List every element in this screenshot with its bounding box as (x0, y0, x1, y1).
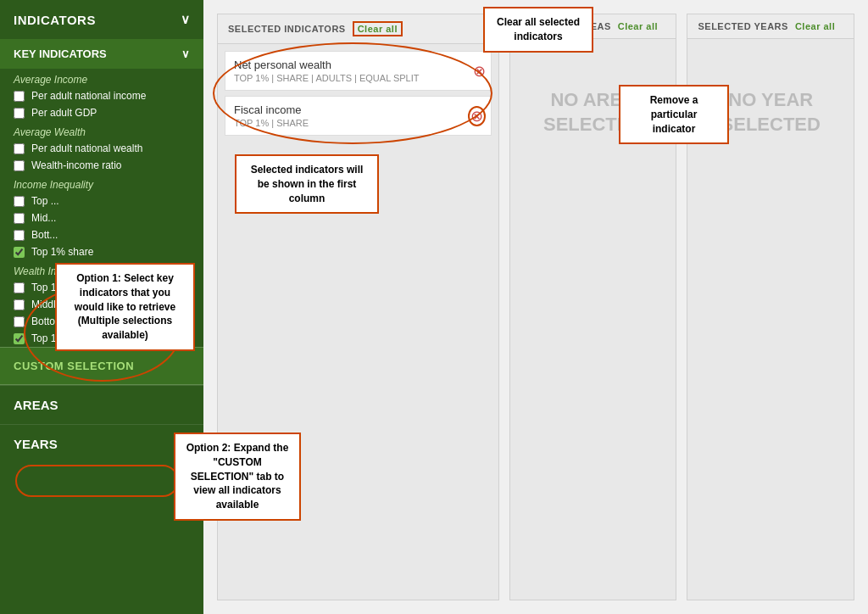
checkbox-income-bott[interactable]: Bott... (0, 226, 203, 243)
checkbox-input-wealth-top10[interactable] (14, 282, 25, 293)
clear-all-years-link[interactable]: Clear all (795, 21, 835, 31)
clear-all-tooltip-text: Clear all selected indicators (497, 16, 580, 42)
indicator-name-1: Net personal wealth (234, 59, 465, 71)
remove-indicator-2-button[interactable]: ⊗ (468, 106, 486, 126)
checkbox-per-adult-national-wealth[interactable]: Per adult national wealth (0, 140, 203, 157)
option2-tooltip: Option 2: Expand the "CUSTOM SELECTION" … (174, 433, 301, 521)
first-column-tooltip: Selected indicators will be shown in the… (235, 154, 379, 214)
option2-tooltip-text: Option 2: Expand the "CUSTOM SELECTION" … (186, 442, 289, 511)
checkbox-per-adult-gdp[interactable]: Per adult GDP (0, 104, 203, 121)
indicator-sub-1: TOP 1% | SHARE | ADULTS | EQUAL SPLIT (234, 73, 465, 83)
selected-years-header: SELECTED YEARS Clear all (687, 14, 854, 39)
checkbox-input-income-top[interactable] (14, 196, 25, 207)
sidebar-areas-header[interactable]: AREAS (0, 385, 203, 424)
key-indicators-label: KEY INDICATORS (14, 47, 107, 60)
clear-all-tooltip: Clear all selected indicators (483, 7, 593, 53)
checkbox-input-per-adult-national-wealth[interactable] (14, 143, 25, 154)
checkbox-input-per-adult-national-income[interactable] (14, 91, 25, 102)
clear-all-areas-link[interactable]: Clear all (618, 21, 658, 31)
checkbox-input-income-bott[interactable] (14, 230, 25, 241)
checkbox-input-income-mid[interactable] (14, 213, 25, 224)
custom-selection-label: CUSTOM SELECTION (14, 360, 134, 372)
remove-indicator-tooltip: Remove a particular indicator (619, 85, 729, 144)
indicator-item-fiscal-income[interactable]: Fiscal income TOP 1% | SHARE ⊗ (225, 96, 492, 136)
checkbox-input-wealth-top1-share[interactable] (14, 333, 25, 344)
checkbox-per-adult-national-income[interactable]: Per adult national income (0, 87, 203, 104)
panels-row: SELECTED INDICATORS Clear all Net person… (217, 14, 854, 600)
indicators-chevron: ∨ (181, 12, 191, 27)
checkbox-input-wealth-income-ratio[interactable] (14, 160, 25, 171)
option1-tooltip: Option 1: Select key indicators that you… (55, 263, 195, 351)
indicator-item-net-personal-wealth[interactable]: Net personal wealth TOP 1% | SHARE | ADU… (225, 51, 492, 91)
sidebar-key-indicators-header[interactable]: KEY INDICATORS ∨ (0, 39, 203, 69)
first-column-tooltip-text: Selected indicators will be shown in the… (251, 164, 364, 204)
checkbox-income-top1-share[interactable]: Top 1% share (0, 243, 203, 260)
sidebar-indicators-header[interactable]: INDICATORS ∨ (0, 0, 203, 39)
checkbox-input-income-top1-share[interactable] (14, 247, 25, 258)
selected-years-label: SELECTED YEARS (698, 21, 787, 31)
checkbox-wealth-income-ratio[interactable]: Wealth-income ratio (0, 157, 203, 174)
main-content: SELECTED INDICATORS Clear all Net person… (203, 0, 868, 614)
category-average-wealth: Average Wealth (0, 121, 203, 140)
sidebar-years-header[interactable]: YEARS › (0, 424, 203, 463)
checkbox-input-per-adult-gdp[interactable] (14, 108, 25, 119)
checkbox-income-top[interactable]: Top ... (0, 193, 203, 209)
key-indicators-chevron: ∨ (181, 47, 190, 60)
indicator-name-2: Fiscal income (234, 103, 465, 116)
checkbox-input-wealth-mid40[interactable] (14, 299, 25, 310)
indicator-sub-2: TOP 1% | SHARE (234, 118, 465, 128)
areas-label: AREAS (14, 398, 58, 412)
checkbox-income-mid[interactable]: Mid... (0, 209, 203, 226)
category-income-inequality: Income Inequality (0, 174, 203, 193)
selected-indicators-label: SELECTED INDICATORS (228, 24, 346, 34)
selected-indicators-header: SELECTED INDICATORS Clear all (218, 14, 498, 44)
category-average-income: Average Income (0, 69, 203, 87)
remove-indicator-tooltip-text: Remove a particular indicator (650, 94, 698, 135)
option1-tooltip-text: Option 1: Select key indicators that you… (75, 272, 175, 341)
years-label: YEARS (14, 437, 58, 451)
sidebar-custom-selection-header[interactable]: CUSTOM SELECTION (0, 347, 203, 385)
checkbox-input-wealth-bott50[interactable] (14, 316, 25, 327)
clear-all-indicators-link[interactable]: Clear all (353, 21, 403, 36)
remove-indicator-1-button[interactable]: ⊗ (473, 64, 486, 79)
indicators-label: INDICATORS (14, 13, 96, 27)
